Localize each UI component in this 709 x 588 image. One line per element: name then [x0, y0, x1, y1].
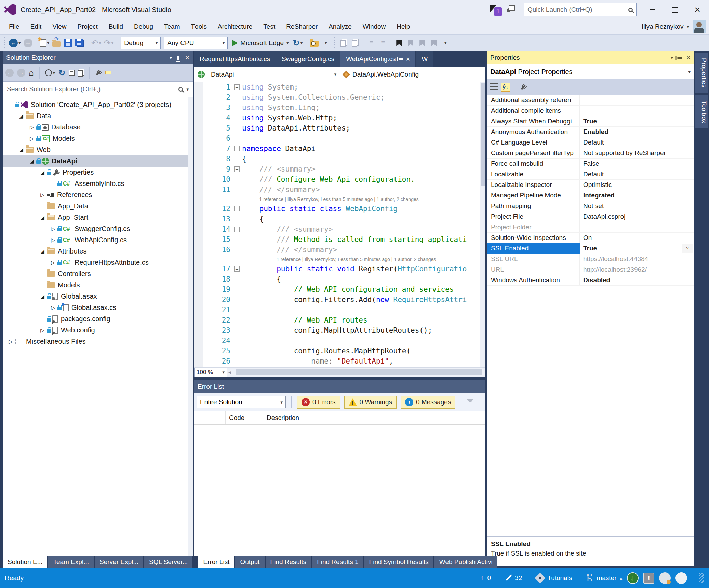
- quick-launch-input[interactable]: Quick Launch (Ctrl+Q): [524, 3, 637, 16]
- code-editor[interactable]: 1–using System;2using System.Collections…: [194, 82, 485, 367]
- property-value[interactable]: http://localhost:23962/: [580, 264, 694, 275]
- breakpoint-margin[interactable]: [194, 164, 203, 174]
- pending-edits-indicator[interactable]: 32: [505, 574, 522, 582]
- breakpoint-margin[interactable]: [194, 102, 203, 113]
- code-line-16[interactable]: 16 /// </summary>: [194, 245, 485, 255]
- fold-collapse-icon[interactable]: –: [234, 84, 240, 90]
- resize-grip[interactable]: [699, 573, 704, 583]
- collapse-all-icon[interactable]: [69, 70, 75, 76]
- tree-item-app_data[interactable]: App_Data: [3, 201, 193, 212]
- search-options-icon[interactable]: ▾: [186, 87, 189, 92]
- tree-item-dataapi[interactable]: DataApi: [3, 155, 193, 167]
- toolbar-grip[interactable]: [3, 37, 6, 49]
- expand-icon[interactable]: [6, 339, 15, 345]
- navigate-forward-button[interactable]: →: [22, 37, 34, 50]
- tree-item-models[interactable]: Models: [3, 279, 193, 291]
- tree-item-controllers[interactable]: Controllers: [3, 268, 193, 279]
- breakpoint-margin[interactable]: [194, 214, 203, 224]
- property-value[interactable]: Integrated: [580, 190, 694, 201]
- project-dropdown[interactable]: DataApi ▾: [194, 67, 340, 82]
- property-row-windows-authentication[interactable]: Windows AuthenticationDisabled: [487, 275, 694, 286]
- tab-close-icon[interactable]: ×: [406, 55, 410, 63]
- pending-changes-filter-button[interactable]: ▾: [45, 69, 55, 76]
- collapse-icon[interactable]: [17, 113, 26, 119]
- save-button[interactable]: [62, 37, 74, 50]
- tool-tab-sql-server-[interactable]: SQL Server...: [144, 556, 192, 568]
- tree-item-miscellaneous-files[interactable]: Miscellaneous Files: [3, 336, 193, 347]
- property-value[interactable]: True: [580, 116, 694, 126]
- menu-item-team[interactable]: Team: [159, 19, 185, 34]
- property-row-ssl-url[interactable]: SSL URLhttps://localhost:44384: [487, 254, 694, 264]
- expand-icon[interactable]: [49, 226, 57, 232]
- code-line-17[interactable]: 17– public static void Register(HttpConf…: [194, 264, 485, 274]
- presence-icon[interactable]: [659, 572, 671, 584]
- tool-tab-server-expl-[interactable]: Server Expl...: [95, 556, 143, 568]
- property-row-localizable-inspector[interactable]: Localizable InspectorOptimistic: [487, 180, 694, 190]
- fold-collapse-icon[interactable]: –: [234, 166, 240, 172]
- start-debugging-button[interactable]: Microsoft Edge ▾: [229, 39, 291, 47]
- code-line-9[interactable]: 9– /// <summary>: [194, 164, 485, 174]
- tool-tab-error-list[interactable]: Error List: [198, 556, 234, 568]
- tool-tab-team-expl-[interactable]: Team Expl...: [48, 556, 94, 568]
- undo-button[interactable]: ↶▾: [90, 37, 103, 50]
- scrollbar-thumb[interactable]: [236, 369, 482, 375]
- type-dropdown[interactable]: DataApi.WebApiConfig: [340, 67, 485, 82]
- property-value[interactable]: Not supported by ReSharper: [580, 148, 694, 158]
- solution-platform-select[interactable]: Any CPU▾: [164, 37, 228, 49]
- pin-icon[interactable]: [678, 57, 682, 59]
- properties-titlebar[interactable]: Properties ▾ ×: [487, 51, 694, 64]
- property-row-ssl-enabled[interactable]: SSL EnabledTrue˅: [487, 243, 694, 254]
- fold-collapse-icon[interactable]: –: [234, 146, 240, 151]
- tool-tab-solution-e-[interactable]: Solution E...: [3, 556, 47, 568]
- tree-item-requirehttpsattribute.cs[interactable]: C#RequireHttpsAttribute.cs: [3, 257, 193, 268]
- fold-margin[interactable]: –: [232, 224, 242, 234]
- error-list-body[interactable]: [194, 425, 485, 556]
- tree-item-attributes[interactable]: Attributes: [3, 246, 193, 257]
- property-row-additional-assembly-referen[interactable]: Additional assembly referen: [487, 95, 694, 106]
- se-forward-icon[interactable]: →: [17, 69, 25, 77]
- branch-indicator[interactable]: master▴: [586, 574, 622, 582]
- property-row-additional-compile-items[interactable]: Additional compile items: [487, 106, 694, 116]
- fold-margin[interactable]: –: [232, 164, 242, 174]
- code-line-4[interactable]: 4using System.Web.Http;: [194, 113, 485, 123]
- collapse-icon[interactable]: [38, 215, 47, 221]
- tool-tab-find-results-1[interactable]: Find Results 1: [312, 556, 363, 568]
- toggle-bookmark-button[interactable]: [393, 37, 405, 50]
- tree-item-webapiconfig.cs[interactable]: C#WebApiConfig.cs: [3, 234, 193, 246]
- breakpoint-margin[interactable]: [194, 123, 203, 133]
- code-line-3[interactable]: 3using System.Linq;: [194, 102, 485, 113]
- flag-column[interactable]: [210, 411, 226, 424]
- code-line-23[interactable]: 23 config.MapHttpAttributeRoutes();: [194, 325, 485, 336]
- breakpoint-margin[interactable]: [194, 295, 203, 305]
- codelens-indicator[interactable]: 1 reference | Illya Reznykov, Less than …: [194, 255, 485, 264]
- clear-bookmarks-button[interactable]: [428, 37, 440, 50]
- navigate-to-cursor-button[interactable]: [338, 37, 349, 50]
- tree-item-packages.config[interactable]: packages.config: [3, 313, 193, 325]
- breakpoint-margin[interactable]: [194, 245, 203, 255]
- breakpoint-margin[interactable]: [194, 336, 203, 346]
- show-all-files-icon[interactable]: [78, 70, 83, 77]
- menu-item-window[interactable]: Window: [357, 19, 391, 34]
- zoom-level-select[interactable]: 100 % ▾: [194, 368, 227, 377]
- expand-icon[interactable]: [38, 327, 47, 333]
- refresh-button[interactable]: ↻▾: [292, 37, 304, 50]
- code-line-14[interactable]: 14– /// <summary>: [194, 224, 485, 234]
- code-line-15[interactable]: 15 /// Method is called from starting ap…: [194, 234, 485, 245]
- property-row-url[interactable]: URLhttp://localhost:23962/: [487, 264, 694, 275]
- code-line-19[interactable]: 19 // Web API configuration and services: [194, 284, 485, 295]
- fold-margin[interactable]: –: [232, 143, 242, 154]
- document-tab-w[interactable]: W: [416, 51, 433, 67]
- side-tab-toolbox[interactable]: Toolbox: [695, 95, 708, 129]
- expand-icon[interactable]: [27, 136, 36, 142]
- errorlist-toggle-0-warnings[interactable]: 0 Warnings: [344, 396, 397, 409]
- tree-item-database[interactable]: Database: [3, 122, 193, 133]
- open-file-button[interactable]: [51, 37, 62, 50]
- menu-item-edit[interactable]: Edit: [25, 19, 47, 34]
- tab-pin-icon[interactable]: [399, 58, 403, 60]
- presence-icon[interactable]: [675, 572, 687, 584]
- window-position-icon[interactable]: ▾: [170, 55, 172, 60]
- incoming-commits-indicator[interactable]: ↑0: [481, 574, 491, 582]
- editor-vertical-scrollbar[interactable]: [480, 82, 485, 367]
- scroll-left-icon[interactable]: ◂: [228, 369, 231, 375]
- breakpoint-margin[interactable]: [194, 82, 203, 92]
